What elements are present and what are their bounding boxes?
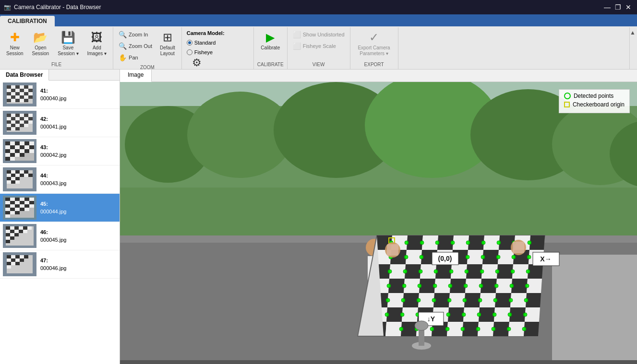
list-item-filename-42: 000041.jpg [40, 123, 66, 131]
svg-point-272 [451, 241, 455, 245]
detected-points-label: Detected points [574, 93, 613, 99]
export-camera-button[interactable]: ✓ Export CameraParameters ▾ [354, 29, 393, 58]
standard-radio[interactable]: Standard [187, 40, 216, 46]
list-item-info-43: 43: 000042.jpg [40, 143, 66, 159]
svg-point-287 [527, 255, 531, 259]
svg-text:↓Y: ↓Y [427, 315, 435, 323]
svg-rect-131 [15, 211, 20, 214]
svg-point-290 [419, 270, 422, 273]
add-images-button[interactable]: 🖼 AddImages ▾ [84, 29, 110, 58]
thumb-svg-47 [3, 252, 36, 276]
list-item[interactable]: 44: 000043.jpg [0, 165, 120, 194]
svg-rect-118 [5, 204, 10, 208]
svg-rect-3 [11, 85, 15, 89]
svg-rect-52 [11, 124, 15, 127]
default-layout-button[interactable]: ⊞ DefaultLayout [156, 29, 179, 58]
svg-rect-21 [11, 95, 15, 99]
checkerboard-origin-icon [564, 102, 570, 107]
view-col: ⬜ Show Undistorted ⬜ Fisheye Scale [290, 29, 347, 51]
svg-rect-7 [28, 85, 33, 89]
list-item-num-43: 43: [40, 143, 66, 152]
pan-button[interactable]: ✋ Pan [116, 52, 155, 63]
standard-radio-circle [187, 40, 192, 46]
svg-rect-114 [15, 201, 20, 204]
svg-point-297 [526, 270, 530, 273]
thumbnail-45 [3, 196, 36, 220]
svg-point-313 [463, 298, 467, 302]
sidebar-list[interactable]: 41: 000040.jpg [0, 81, 120, 364]
ribbon-group-export: ✓ Export CameraParameters ▾ EXPORT [350, 27, 398, 69]
svg-rect-154 [7, 255, 11, 258]
restore-button[interactable]: ❐ [613, 2, 623, 12]
svg-rect-55 [24, 124, 28, 127]
ribbon-collapse-button[interactable]: ▲ [629, 27, 637, 69]
add-images-icon: 🖼 [91, 31, 103, 44]
list-item[interactable]: 43: 000042.jpg [0, 137, 120, 165]
new-session-button[interactable]: ✚ NewSession [3, 29, 27, 58]
show-undistorted-button[interactable]: ⬜ Show Undistorted [290, 29, 347, 40]
svg-rect-107 [10, 198, 15, 201]
zoom-out-icon: 🔍 [119, 42, 127, 50]
svg-point-289 [403, 270, 407, 273]
svg-rect-19 [28, 92, 33, 95]
fisheye-scale-button[interactable]: ⬜ Fisheye Scale [290, 41, 347, 51]
svg-rect-67 [5, 145, 10, 149]
svg-rect-95 [20, 174, 24, 177]
svg-rect-102 [11, 180, 15, 184]
svg-rect-57 [11, 127, 15, 130]
svg-rect-39 [7, 117, 11, 120]
svg-rect-5 [20, 85, 24, 89]
open-session-button[interactable]: 📂 OpenSession [29, 29, 53, 58]
title-bar: 📷 Camera Calibrator - Data Browser — ❐ ✕ [0, 0, 637, 14]
svg-rect-124 [5, 208, 10, 211]
tab-calibration[interactable]: CALIBRATION [0, 16, 55, 26]
pan-label: Pan [129, 55, 138, 60]
svg-point-330 [430, 327, 434, 331]
svg-rect-80 [10, 153, 15, 157]
svg-rect-43 [24, 117, 28, 120]
title-bar-controls: — ❐ ✕ [602, 2, 633, 12]
view-group-label: VIEW [290, 61, 347, 68]
list-item-selected[interactable]: 45: 000044.jpg [0, 194, 120, 222]
list-item-filename-44: 000043.jpg [40, 179, 66, 188]
list-item-info-41: 41: 000040.jpg [40, 87, 66, 103]
view-content: ⬜ Show Undistorted ⬜ Fisheye Scale [290, 28, 347, 61]
legend-checkerboard-origin: Checkerboard origin [564, 101, 625, 108]
svg-rect-13 [28, 89, 33, 92]
minimize-button[interactable]: — [602, 2, 612, 12]
svg-point-279 [404, 255, 408, 259]
svg-point-286 [512, 255, 516, 259]
save-session-button[interactable]: 💾 SaveSession ▾ [54, 29, 82, 58]
svg-point-273 [466, 241, 470, 245]
zoom-in-button[interactable]: 🔍 Zoom In [116, 29, 155, 40]
calibrate-button[interactable]: ▶ Calibrate [257, 29, 283, 52]
close-button[interactable]: ✕ [624, 2, 633, 12]
svg-rect-54 [20, 124, 24, 127]
list-item[interactable]: 47: 000046.jpg [0, 250, 120, 279]
svg-rect-109 [20, 198, 24, 201]
list-item-num-47: 47: [40, 257, 66, 265]
svg-rect-87 [7, 170, 11, 174]
svg-rect-10 [15, 89, 20, 92]
image-tab[interactable]: Image [120, 70, 152, 82]
list-item[interactable]: 42: 000041.jpg [0, 109, 120, 137]
svg-rect-45 [7, 120, 11, 124]
svg-rect-91 [24, 170, 28, 174]
svg-point-295 [495, 270, 499, 273]
svg-rect-125 [10, 208, 15, 211]
svg-point-294 [480, 270, 484, 273]
svg-rect-35 [15, 114, 20, 117]
list-item[interactable]: 46: 000045.jpg [0, 222, 120, 250]
svg-rect-77 [24, 149, 29, 153]
svg-rect-96 [24, 174, 28, 177]
svg-point-307 [525, 284, 529, 288]
svg-rect-82 [20, 153, 24, 157]
list-item-info-42: 42: 000041.jpg [40, 115, 66, 131]
data-browser-tab[interactable]: Data Browser [0, 70, 49, 81]
fisheye-radio[interactable]: Fisheye [187, 49, 213, 55]
zoom-out-button[interactable]: 🔍 Zoom Out [116, 41, 155, 51]
list-item[interactable]: 41: 000040.jpg [0, 81, 120, 109]
calibrate-label: Calibrate [261, 45, 280, 50]
svg-rect-14 [7, 92, 11, 95]
svg-rect-159 [7, 258, 11, 262]
